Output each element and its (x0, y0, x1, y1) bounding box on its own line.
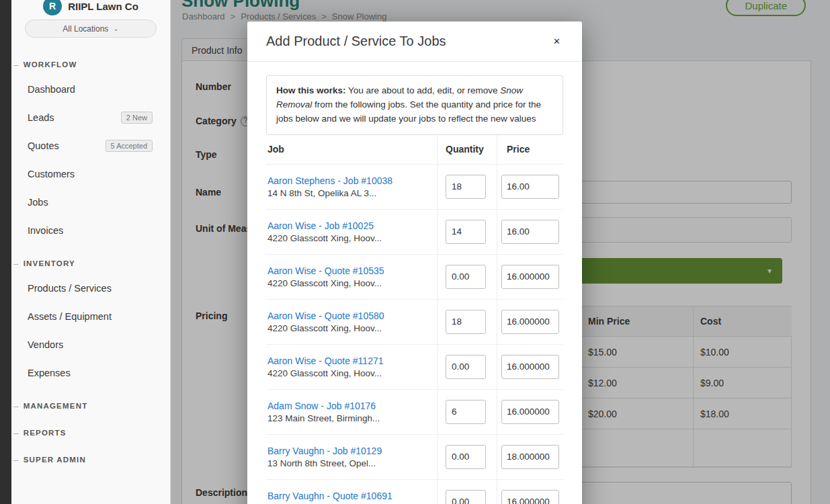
modal-title: Add Product / Service To Jobs (266, 34, 446, 49)
modal-body: How this works: You are about to add, ed… (247, 62, 582, 504)
job-link[interactable]: Barry Vaughn - Quote #10691 (267, 491, 431, 501)
note-text: You are about to add, edit, or remove (346, 85, 501, 95)
quantity-column-header: Quantity (437, 135, 497, 164)
job-address: 4220 Glasscott Xing, Hoov... (267, 368, 431, 378)
left-rail (0, 0, 11, 504)
nav-section-super-admin[interactable]: -- SUPER ADMIN (11, 449, 170, 470)
job-row: Adam Snow - Job #10176 123 Main Street, … (266, 390, 563, 435)
sidebar-item-quotes[interactable]: Quotes 5 Accepted (11, 132, 170, 160)
price-column-header: Price (497, 135, 563, 164)
close-icon[interactable]: ✕ (550, 34, 563, 48)
note-bold: How this works: (276, 85, 346, 95)
sidebar: R RIIPL Lawn Co All Locations ⌄ -- WORKF… (0, 0, 171, 504)
job-link[interactable]: Adam Snow - Job #10176 (267, 401, 431, 411)
sidebar-item-customers[interactable]: Customers (11, 160, 170, 188)
sidebar-nav: -- WORKFLOW Dashboard Leads 2 New Quotes… (11, 38, 170, 470)
section-marker-icon: -- (13, 456, 19, 464)
nav-section-workflow: -- WORKFLOW (11, 54, 170, 75)
sidebar-item-label: Assets / Equipment (28, 311, 112, 322)
sidebar-item-label: Dashboard (28, 84, 75, 95)
job-row: Aaron Wise - Quote #11271 4220 Glasscott… (266, 345, 563, 390)
company-name: RIIPL Lawn Co (68, 1, 138, 12)
location-selector-label: All Locations (63, 24, 108, 34)
sidebar-item-label: Invoices (28, 225, 63, 236)
job-row: Aaron Wise - Quote #10580 4220 Glasscott… (266, 300, 563, 345)
quantity-input[interactable] (446, 220, 486, 244)
sidebar-item-assets-equipment[interactable]: Assets / Equipment (11, 302, 170, 331)
sidebar-item-label: Products / Services (28, 283, 112, 294)
sidebar-item-products-services[interactable]: Products / Services (11, 274, 170, 302)
price-input[interactable] (501, 175, 559, 199)
nav-section-label: INVENTORY (24, 259, 75, 267)
section-marker-icon: -- (13, 429, 19, 437)
quantity-input[interactable] (446, 355, 486, 379)
sidebar-item-jobs[interactable]: Jobs (11, 188, 170, 216)
leads-badge: 2 New (121, 112, 153, 124)
sidebar-item-invoices[interactable]: Invoices (11, 216, 170, 245)
nav-section-label: MANAGEMENT (24, 402, 88, 410)
jobs-table: Job Quantity Price Aaron Stephens - Job … (266, 135, 563, 504)
quantity-input[interactable] (446, 265, 486, 289)
quantity-input[interactable] (446, 445, 486, 469)
job-row: Barry Vaughn - Quote #10691 10 North 8th… (266, 480, 563, 504)
section-marker-icon: -- (13, 402, 19, 410)
add-product-to-jobs-modal: Add Product / Service To Jobs ✕ How this… (247, 22, 582, 504)
nav-section-reports[interactable]: -- REPORTS (11, 422, 170, 444)
job-row: Aaron Stephens - Job #10038 14 N 8th St,… (266, 165, 563, 210)
sidebar-item-label: Expenses (28, 368, 71, 378)
job-address: 4220 Glasscott Xing, Hoov... (267, 323, 431, 333)
sidebar-content: R RIIPL Lawn Co All Locations ⌄ -- WORKF… (11, 0, 170, 504)
job-address: 14 N 8th St, Opelika AL 3... (267, 188, 431, 198)
quantity-input[interactable] (446, 175, 486, 199)
note-text: from the following jobs. Set the quantit… (276, 99, 541, 124)
section-marker-icon: -- (13, 259, 19, 267)
how-this-works-note: How this works: You are about to add, ed… (266, 75, 563, 135)
job-address: 4220 Glasscott Xing, Hoov... (267, 278, 431, 288)
price-input[interactable] (501, 220, 559, 244)
sidebar-item-label: Vendors (28, 339, 63, 350)
job-link[interactable]: Aaron Wise - Quote #11271 (267, 355, 431, 366)
price-input[interactable] (501, 490, 559, 504)
price-input[interactable] (501, 265, 559, 289)
job-link[interactable]: Aaron Wise - Quote #10535 (267, 265, 431, 276)
price-input[interactable] (501, 400, 559, 424)
price-input[interactable] (501, 355, 559, 379)
job-link[interactable]: Barry Vaughn - Job #10129 (267, 446, 431, 456)
quantity-input[interactable] (446, 400, 486, 424)
chevron-down-icon: ⌄ (113, 25, 118, 32)
sidebar-item-expenses[interactable]: Expenses (11, 359, 170, 387)
nav-section-label: REPORTS (24, 429, 67, 437)
jobs-table-header: Job Quantity Price (266, 135, 563, 165)
price-input[interactable] (501, 445, 559, 469)
nav-section-label: WORKFLOW (24, 60, 77, 69)
job-address: 123 Main Street, Birmingh... (267, 413, 431, 423)
quotes-badge: 5 Accepted (106, 140, 153, 152)
sidebar-item-label: Quotes (28, 140, 59, 151)
job-link[interactable]: Aaron Wise - Quote #10580 (267, 310, 431, 321)
nav-section-inventory: -- INVENTORY (11, 253, 170, 274)
sidebar-item-dashboard[interactable]: Dashboard (11, 75, 170, 103)
job-column-header: Job (266, 135, 437, 164)
modal-header: Add Product / Service To Jobs ✕ (247, 22, 582, 62)
nav-section-management[interactable]: -- MANAGEMENT (11, 395, 170, 417)
sidebar-item-leads[interactable]: Leads 2 New (11, 103, 170, 132)
sidebar-item-label: Customers (28, 169, 75, 179)
section-marker-icon: -- (13, 60, 19, 69)
job-row: Barry Vaughn - Job #10129 13 North 8th S… (266, 435, 563, 480)
app-window: R RIIPL Lawn Co All Locations ⌄ -- WORKF… (0, 0, 830, 504)
price-input[interactable] (501, 310, 559, 334)
sidebar-item-label: Leads (28, 112, 54, 123)
job-link[interactable]: Aaron Wise - Job #10025 (267, 220, 431, 231)
job-address: 4220 Glasscott Xing, Hoov... (267, 233, 431, 243)
quantity-input[interactable] (446, 310, 486, 334)
job-row: Aaron Wise - Quote #10535 4220 Glasscott… (266, 255, 563, 300)
nav-section-label: SUPER ADMIN (24, 456, 86, 464)
job-link[interactable]: Aaron Stephens - Job #10038 (267, 175, 431, 186)
quantity-input[interactable] (446, 490, 486, 504)
sidebar-item-label: Jobs (28, 197, 48, 208)
logo-letter: R (49, 1, 56, 11)
location-selector[interactable]: All Locations ⌄ (25, 19, 157, 38)
company-header: R RIIPL Lawn Co (11, 0, 170, 16)
sidebar-item-vendors[interactable]: Vendors (11, 331, 170, 359)
job-row: Aaron Wise - Job #10025 4220 Glasscott X… (266, 210, 563, 255)
